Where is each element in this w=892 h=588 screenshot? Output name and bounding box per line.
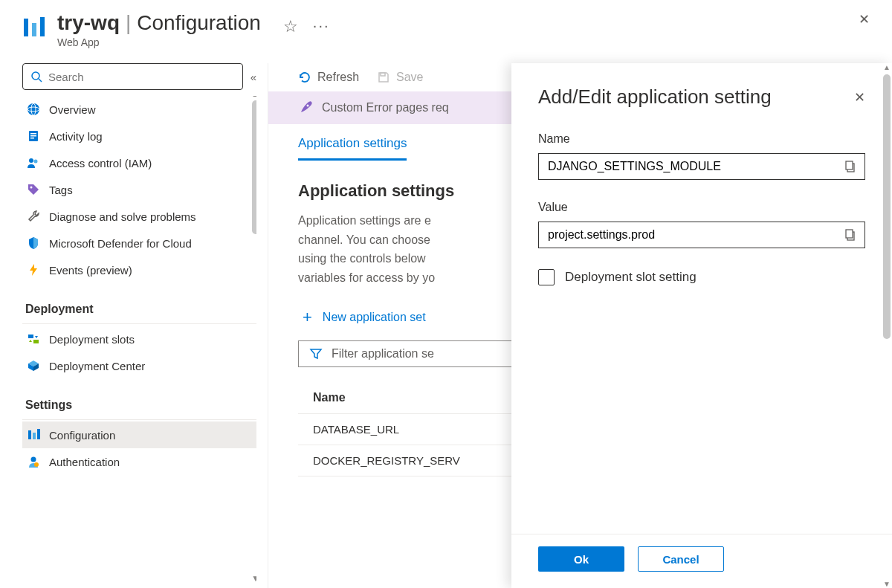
svg-rect-16: [33, 340, 39, 343]
sidebar-item-label: Deployment Center: [49, 360, 145, 372]
sidebar-nav: ▲ Overview Activity log Access control (…: [22, 96, 256, 588]
svg-rect-15: [28, 335, 33, 338]
svg-point-23: [307, 105, 309, 107]
svg-point-13: [34, 160, 38, 164]
sidebar-item-deployment-center[interactable]: Deployment Center: [22, 352, 256, 379]
people-icon: [27, 156, 40, 169]
page-header: try-wq|Configuration Web App ☆ ··· ✕: [0, 0, 892, 63]
page-scrollbar[interactable]: ▲ ▼: [882, 63, 892, 588]
svg-point-20: [31, 457, 36, 462]
value-field-label: Value: [538, 201, 865, 214]
rocket-icon: [298, 100, 313, 115]
svg-line-4: [39, 79, 42, 82]
wrench-icon: [27, 210, 40, 223]
scroll-down-icon[interactable]: ▼: [251, 573, 256, 584]
cancel-button[interactable]: Cancel: [638, 546, 724, 572]
app-icon: [22, 16, 46, 39]
svg-rect-27: [846, 230, 853, 238]
svg-rect-9: [30, 133, 36, 135]
sidebar-group-settings: Settings: [22, 394, 256, 420]
svg-rect-17: [28, 430, 31, 439]
bars-icon: [27, 428, 40, 442]
sidebar-item-label: Access control (IAM): [49, 157, 152, 169]
scrollbar-thumb[interactable]: [883, 74, 891, 339]
sidebar-scrollbar[interactable]: [252, 100, 256, 234]
svg-point-5: [28, 103, 39, 115]
deployment-slot-checkbox[interactable]: [538, 269, 555, 285]
star-icon[interactable]: ☆: [283, 17, 298, 36]
svg-rect-2: [40, 17, 45, 36]
ok-button[interactable]: Ok: [538, 546, 624, 572]
svg-rect-19: [37, 429, 40, 439]
svg-point-3: [32, 72, 39, 80]
deployment-slot-checkbox-row[interactable]: Deployment slot setting: [538, 269, 865, 285]
app-name: try-wq: [57, 11, 120, 34]
sidebar-item-label: Authentication: [49, 456, 120, 468]
panel-close-icon[interactable]: ✕: [854, 89, 865, 106]
search-input-wrap[interactable]: [22, 63, 243, 90]
svg-rect-22: [381, 73, 385, 76]
person-icon: [27, 455, 40, 468]
sidebar: « ▲ Overview Activity log Access control…: [0, 63, 268, 588]
sidebar-item-events[interactable]: Events (preview): [22, 256, 256, 283]
save-button[interactable]: Save: [377, 71, 423, 84]
svg-rect-11: [30, 138, 34, 139]
copy-value-button[interactable]: [836, 222, 864, 248]
sidebar-item-access-control[interactable]: Access control (IAM): [22, 149, 256, 176]
header-subtitle: Web App: [57, 36, 261, 48]
copy-name-button[interactable]: [836, 154, 864, 179]
scroll-up-icon[interactable]: ▲: [883, 63, 891, 71]
add-edit-setting-panel: Add/Edit application setting ✕ Name Valu…: [511, 63, 892, 588]
sidebar-item-label: Events (preview): [49, 264, 132, 277]
sidebar-item-diagnose[interactable]: Diagnose and solve problems: [22, 203, 256, 230]
sidebar-item-label: Activity log: [49, 130, 103, 143]
header-title-block: try-wq|Configuration Web App: [57, 11, 261, 48]
breadcrumb-section: Configuration: [137, 11, 261, 34]
panel-title: Add/Edit application setting: [538, 85, 854, 109]
sidebar-item-defender[interactable]: Microsoft Defender for Cloud: [22, 230, 256, 256]
sidebar-item-deployment-slots[interactable]: Deployment slots: [22, 326, 256, 352]
tag-icon: [27, 183, 40, 196]
sidebar-item-authentication[interactable]: Authentication: [22, 448, 256, 475]
sidebar-item-label: Tags: [49, 184, 73, 196]
value-input[interactable]: [539, 222, 836, 248]
sidebar-group-deployment: Deployment: [22, 298, 256, 324]
bolt-icon: [27, 263, 40, 277]
refresh-icon: [298, 71, 311, 84]
sidebar-item-tags[interactable]: Tags: [22, 176, 256, 203]
svg-rect-1: [32, 23, 36, 36]
shield-icon: [27, 236, 40, 250]
svg-point-21: [34, 462, 39, 467]
plus-icon: +: [303, 308, 312, 327]
sidebar-item-label: Diagnose and solve problems: [49, 210, 196, 223]
save-icon: [377, 71, 390, 84]
globe-icon: [27, 103, 40, 116]
sidebar-item-label: Deployment slots: [49, 333, 135, 346]
close-icon[interactable]: ✕: [859, 11, 870, 28]
sidebar-item-label: Configuration: [49, 429, 115, 442]
more-icon[interactable]: ···: [313, 17, 330, 36]
name-field-label: Name: [538, 132, 865, 146]
svg-rect-25: [846, 161, 853, 169]
svg-rect-18: [33, 433, 36, 439]
sidebar-item-configuration[interactable]: Configuration: [22, 421, 256, 448]
svg-point-14: [30, 187, 33, 189]
scroll-down-icon[interactable]: ▼: [883, 580, 891, 588]
svg-point-12: [29, 158, 33, 163]
sidebar-item-label: Microsoft Defender for Cloud: [49, 237, 192, 250]
sidebar-item-activity-log[interactable]: Activity log: [22, 123, 256, 149]
collapse-sidebar-icon[interactable]: «: [251, 71, 256, 83]
search-icon: [30, 71, 42, 83]
checkbox-label: Deployment slot setting: [565, 270, 697, 285]
tab-application-settings[interactable]: Application settings: [298, 136, 407, 161]
scroll-up-icon[interactable]: ▲: [251, 96, 256, 99]
sidebar-item-label: Overview: [49, 103, 96, 116]
refresh-button[interactable]: Refresh: [298, 71, 359, 84]
sidebar-item-overview[interactable]: Overview: [22, 96, 256, 123]
log-icon: [27, 129, 40, 143]
svg-rect-10: [30, 135, 36, 137]
box-icon: [27, 359, 40, 372]
name-input[interactable]: [539, 154, 836, 179]
filter-icon: [309, 347, 323, 361]
search-input[interactable]: [48, 71, 235, 83]
